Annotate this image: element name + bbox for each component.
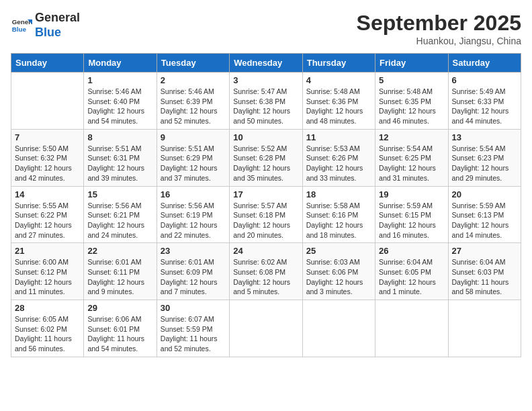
calendar-day: 11Sunrise: 5:53 AM Sunset: 6:26 PM Dayli… <box>302 129 375 186</box>
day-info: Sunrise: 5:48 AM Sunset: 6:35 PM Dayligh… <box>379 87 444 126</box>
day-info: Sunrise: 5:54 AM Sunset: 6:23 PM Dayligh… <box>452 144 517 183</box>
day-number: 6 <box>452 75 517 85</box>
day-number: 26 <box>379 246 444 256</box>
day-number: 5 <box>379 75 444 85</box>
day-info: Sunrise: 5:53 AM Sunset: 6:26 PM Dayligh… <box>306 144 371 183</box>
calendar-day: 18Sunrise: 5:58 AM Sunset: 6:16 PM Dayli… <box>302 186 375 243</box>
day-info: Sunrise: 6:02 AM Sunset: 6:08 PM Dayligh… <box>233 257 298 297</box>
calendar-day: 25Sunrise: 6:03 AM Sunset: 6:06 PM Dayli… <box>302 243 375 300</box>
calendar-day: 16Sunrise: 5:56 AM Sunset: 6:19 PM Dayli… <box>157 186 229 243</box>
day-info: Sunrise: 5:48 AM Sunset: 6:36 PM Dayligh… <box>306 87 371 126</box>
calendar-day: 26Sunrise: 6:04 AM Sunset: 6:05 PM Dayli… <box>375 243 448 300</box>
day-info: Sunrise: 5:50 AM Sunset: 6:32 PM Dayligh… <box>15 144 80 183</box>
day-number: 11 <box>306 132 371 142</box>
day-info: Sunrise: 5:51 AM Sunset: 6:31 PM Dayligh… <box>87 144 152 183</box>
day-info: Sunrise: 5:56 AM Sunset: 6:19 PM Dayligh… <box>161 201 226 240</box>
calendar-day: 23Sunrise: 6:01 AM Sunset: 6:09 PM Dayli… <box>157 243 229 300</box>
calendar-week-3: 14Sunrise: 5:55 AM Sunset: 6:22 PM Dayli… <box>11 186 521 243</box>
day-info: Sunrise: 6:05 AM Sunset: 6:02 PM Dayligh… <box>15 314 80 354</box>
calendar-day: 2Sunrise: 5:46 AM Sunset: 6:39 PM Daylig… <box>157 73 229 130</box>
calendar-day: 10Sunrise: 5:52 AM Sunset: 6:28 PM Dayli… <box>230 129 302 186</box>
day-number: 22 <box>87 246 152 256</box>
calendar-week-1: 1Sunrise: 5:46 AM Sunset: 6:40 PM Daylig… <box>11 73 521 130</box>
day-number: 19 <box>379 189 444 199</box>
calendar-day: 29Sunrise: 6:06 AM Sunset: 6:01 PM Dayli… <box>84 300 157 357</box>
day-number: 9 <box>161 132 226 142</box>
day-info: Sunrise: 6:03 AM Sunset: 6:06 PM Dayligh… <box>306 257 371 297</box>
calendar-day: 27Sunrise: 6:04 AM Sunset: 6:03 PM Dayli… <box>448 243 521 300</box>
day-number: 12 <box>379 132 444 142</box>
calendar-table: Sunday Monday Tuesday Wednesday Thursday… <box>11 53 521 357</box>
day-info: Sunrise: 6:07 AM Sunset: 5:59 PM Dayligh… <box>161 314 226 354</box>
day-number: 27 <box>452 246 517 256</box>
col-wednesday: Wednesday <box>230 54 302 73</box>
calendar-day: 30Sunrise: 6:07 AM Sunset: 5:59 PM Dayli… <box>157 300 229 357</box>
day-number: 25 <box>306 246 371 256</box>
day-info: Sunrise: 6:01 AM Sunset: 6:11 PM Dayligh… <box>87 257 152 297</box>
calendar-day: 15Sunrise: 5:56 AM Sunset: 6:21 PM Dayli… <box>84 186 157 243</box>
day-info: Sunrise: 5:49 AM Sunset: 6:33 PM Dayligh… <box>452 87 517 126</box>
logo-blue: Blue <box>35 26 80 40</box>
day-info: Sunrise: 6:04 AM Sunset: 6:05 PM Dayligh… <box>379 257 444 297</box>
col-monday: Monday <box>84 54 157 73</box>
day-number: 3 <box>233 75 298 85</box>
logo-general: General <box>35 11 80 26</box>
calendar-day <box>302 300 375 357</box>
day-info: Sunrise: 5:51 AM Sunset: 6:29 PM Dayligh… <box>161 144 226 183</box>
page-header: General Blue General Blue September 2025… <box>11 11 521 46</box>
day-number: 21 <box>15 246 80 256</box>
calendar-day <box>11 73 84 130</box>
calendar-day: 21Sunrise: 6:00 AM Sunset: 6:12 PM Dayli… <box>11 243 84 300</box>
day-info: Sunrise: 5:59 AM Sunset: 6:13 PM Dayligh… <box>452 201 517 240</box>
day-number: 1 <box>87 75 152 85</box>
day-number: 7 <box>15 132 80 142</box>
month-title: September 2025 <box>357 11 521 36</box>
day-info: Sunrise: 5:57 AM Sunset: 6:18 PM Dayligh… <box>233 201 298 240</box>
col-sunday: Sunday <box>11 54 84 73</box>
calendar-week-4: 21Sunrise: 6:00 AM Sunset: 6:12 PM Dayli… <box>11 243 521 300</box>
day-number: 8 <box>87 132 152 142</box>
calendar-day: 8Sunrise: 5:51 AM Sunset: 6:31 PM Daylig… <box>84 129 157 186</box>
calendar-day: 14Sunrise: 5:55 AM Sunset: 6:22 PM Dayli… <box>11 186 84 243</box>
calendar-day: 5Sunrise: 5:48 AM Sunset: 6:35 PM Daylig… <box>375 73 448 130</box>
col-thursday: Thursday <box>302 54 375 73</box>
svg-text:Blue: Blue <box>12 25 27 32</box>
day-info: Sunrise: 5:55 AM Sunset: 6:22 PM Dayligh… <box>15 201 80 240</box>
calendar-day: 4Sunrise: 5:48 AM Sunset: 6:36 PM Daylig… <box>302 73 375 130</box>
calendar-day: 7Sunrise: 5:50 AM Sunset: 6:32 PM Daylig… <box>11 129 84 186</box>
day-info: Sunrise: 6:01 AM Sunset: 6:09 PM Dayligh… <box>161 257 226 297</box>
day-number: 30 <box>161 303 226 313</box>
location: Huankou, Jiangsu, China <box>357 36 521 46</box>
day-info: Sunrise: 5:59 AM Sunset: 6:15 PM Dayligh… <box>379 201 444 240</box>
calendar-week-2: 7Sunrise: 5:50 AM Sunset: 6:32 PM Daylig… <box>11 129 521 186</box>
day-number: 13 <box>452 132 517 142</box>
calendar-day: 22Sunrise: 6:01 AM Sunset: 6:11 PM Dayli… <box>84 243 157 300</box>
calendar-day: 9Sunrise: 5:51 AM Sunset: 6:29 PM Daylig… <box>157 129 229 186</box>
title-block: September 2025 Huankou, Jiangsu, China <box>357 11 521 46</box>
day-number: 18 <box>306 189 371 199</box>
day-number: 4 <box>306 75 371 85</box>
day-number: 17 <box>233 189 298 199</box>
day-info: Sunrise: 5:56 AM Sunset: 6:21 PM Dayligh… <box>87 201 152 240</box>
day-info: Sunrise: 6:04 AM Sunset: 6:03 PM Dayligh… <box>452 257 517 297</box>
day-number: 2 <box>161 75 226 85</box>
day-number: 20 <box>452 189 517 199</box>
day-info: Sunrise: 5:46 AM Sunset: 6:39 PM Dayligh… <box>161 87 226 126</box>
day-info: Sunrise: 6:06 AM Sunset: 6:01 PM Dayligh… <box>87 314 152 354</box>
day-number: 23 <box>161 246 226 256</box>
day-number: 29 <box>87 303 152 313</box>
day-number: 15 <box>87 189 152 199</box>
calendar-day: 28Sunrise: 6:05 AM Sunset: 6:02 PM Dayli… <box>11 300 84 357</box>
calendar-day: 19Sunrise: 5:59 AM Sunset: 6:15 PM Dayli… <box>375 186 448 243</box>
day-number: 10 <box>233 132 298 142</box>
col-saturday: Saturday <box>448 54 521 73</box>
logo: General Blue General Blue <box>11 11 80 40</box>
calendar-day: 13Sunrise: 5:54 AM Sunset: 6:23 PM Dayli… <box>448 129 521 186</box>
day-info: Sunrise: 5:52 AM Sunset: 6:28 PM Dayligh… <box>233 144 298 183</box>
calendar-day: 1Sunrise: 5:46 AM Sunset: 6:40 PM Daylig… <box>84 73 157 130</box>
calendar-day <box>375 300 448 357</box>
col-friday: Friday <box>375 54 448 73</box>
day-info: Sunrise: 5:54 AM Sunset: 6:25 PM Dayligh… <box>379 144 444 183</box>
calendar-day: 17Sunrise: 5:57 AM Sunset: 6:18 PM Dayli… <box>230 186 302 243</box>
day-info: Sunrise: 5:47 AM Sunset: 6:38 PM Dayligh… <box>233 87 298 126</box>
